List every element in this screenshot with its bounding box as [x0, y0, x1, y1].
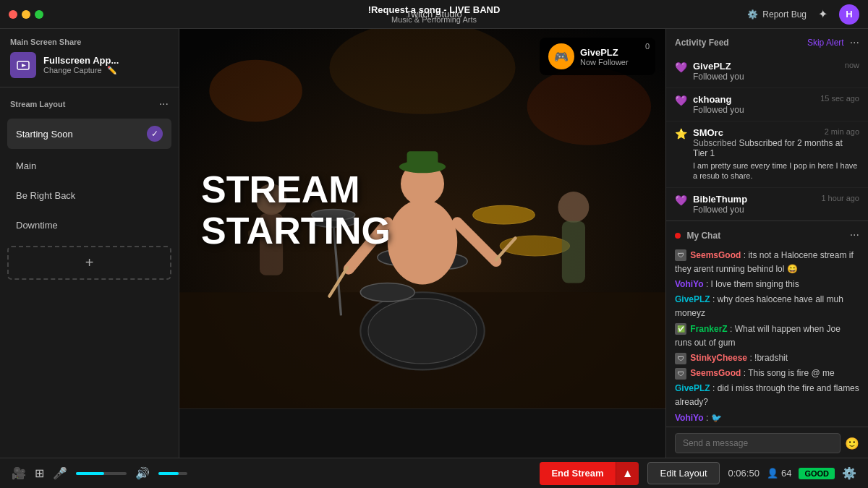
viewer-icon: 👤	[767, 468, 778, 479]
main-layout: Main Screen Share Fullscreen App... Chan…	[0, 29, 868, 488]
divider	[0, 87, 179, 87]
title-bar: Twitch Studio !Request a song - LIVE BAN…	[0, 0, 868, 29]
chat-msg-5: 🛡 SeemsGood : This song is fire @ me	[675, 367, 859, 380]
layout-item-downtime[interactable]: Downtime	[7, 213, 171, 238]
bottom-bar-right: 0:06:50 👤 64 GOOD ⚙️	[728, 466, 856, 480]
chat-msg-3: ✅ FrankerZ : What will happen when Joe r…	[675, 322, 859, 350]
chat-msg-0: 🛡 SeemsGood : its not a Halocene stream …	[675, 249, 859, 276]
activity-content-0: GivePLZ now Followed you	[693, 61, 859, 82]
chat-msg-2: GivePLZ : why does halocene have all muh…	[675, 293, 859, 320]
chat-msg-6: GivePLZ : did i miss through the fire an…	[675, 382, 859, 409]
stream-layout-title: Stream Layout	[10, 100, 65, 108]
add-scene-button[interactable]: +	[7, 246, 171, 280]
active-check-icon: ✓	[147, 126, 163, 142]
activity-icon-3: 💜	[675, 194, 687, 206]
stream-category: Music & Performing Arts	[368, 15, 501, 24]
chat-messages: 🛡 SeemsGood : its not a Halocene stream …	[666, 246, 868, 427]
chat-section: My Chat ··· 🛡 SeemsGood : its not a Halo…	[666, 221, 868, 488]
capture-row: Fullscreen App... Change Capture ✏️	[10, 52, 169, 78]
activity-content-2: SMOrc 2 min ago Subscribed Subscribed fo…	[693, 127, 859, 181]
svg-point-12	[360, 283, 414, 301]
layout-menu-button[interactable]: ···	[159, 98, 169, 111]
close-dot[interactable]	[9, 10, 17, 19]
capture-sub[interactable]: Change Capture ✏️	[43, 66, 119, 75]
avatar[interactable]: H	[839, 4, 859, 25]
activity-content-3: BibleThump 1 hour ago Followed you	[693, 194, 859, 215]
svg-point-4	[527, 68, 651, 145]
svg-point-3	[209, 60, 302, 122]
title-bar-right: ⚙️ Report Bug ✦ H	[747, 4, 859, 25]
layout-item-main[interactable]: Main	[7, 153, 171, 179]
activity-menu-button[interactable]: ···	[850, 36, 859, 49]
video-container: STREAM STARTING 0 🎮 GivePLZ Now Follower	[179, 29, 665, 408]
status-badge: GOOD	[799, 468, 835, 479]
svg-point-20	[388, 200, 457, 285]
minimize-dot[interactable]	[22, 10, 30, 19]
activity-feed: Activity Feed Skip Alert ··· 💜 GivePLZ n…	[666, 29, 868, 221]
plus-icon: +	[85, 254, 94, 271]
volume-fill	[76, 472, 104, 475]
video-area: STREAM STARTING 0 🎮 GivePLZ Now Follower	[179, 29, 665, 488]
right-panel: Activity Feed Skip Alert ··· 💜 GivePLZ n…	[665, 29, 868, 488]
alert-info: GivePLZ Now Follower	[580, 47, 629, 67]
layout-button[interactable]: ⊞	[35, 466, 44, 480]
end-stream-button[interactable]: End Stream	[540, 462, 615, 485]
activity-header-right: Skip Alert ···	[807, 36, 859, 49]
camera-toggle-button[interactable]: 🎥	[12, 466, 26, 480]
end-stream-caret-button[interactable]: ▲	[616, 462, 639, 485]
activity-icon-1: 💜	[675, 95, 687, 106]
mic-icon: 🎤	[53, 466, 67, 480]
chat-badge-3: ✅	[675, 323, 686, 335]
activity-item-2: ⭐ SMOrc 2 min ago Subscribed Subscribed …	[666, 121, 868, 187]
window-controls	[9, 10, 43, 19]
activity-icon-2: ⭐	[675, 128, 687, 140]
sparkle-icon: ✦	[818, 7, 827, 21]
main-screen-share-section: Main Screen Share Fullscreen App... Chan…	[0, 29, 179, 84]
chat-menu-button[interactable]: ···	[850, 228, 859, 241]
chat-header: My Chat ···	[666, 221, 868, 246]
bug-icon: ⚙️	[747, 9, 758, 20]
chat-title-row: My Chat	[675, 228, 720, 241]
volume-slider[interactable]	[76, 472, 127, 475]
speaker-icon: 🔊	[135, 466, 150, 480]
svg-point-8	[368, 299, 477, 364]
stream-info: !Request a song - LIVE BAND Music & Perf…	[368, 4, 501, 24]
chat-input-row: 🙂	[666, 427, 868, 459]
activity-content-1: ckhoang 15 sec ago Followed you	[693, 94, 859, 115]
edit-layout-button[interactable]: Edit Layout	[647, 462, 719, 484]
stream-time: 0:06:50	[728, 468, 760, 479]
sidebar: Main Screen Share Fullscreen App... Chan…	[0, 29, 179, 488]
layout-item-be-right-back[interactable]: Be Right Back	[7, 183, 171, 208]
capture-name: Fullscreen App...	[43, 55, 119, 66]
emoji-button[interactable]: 🙂	[845, 437, 859, 450]
secondary-volume-slider[interactable]	[158, 472, 187, 475]
activity-feed-header: Activity Feed Skip Alert ···	[666, 29, 868, 55]
chat-live-indicator	[675, 233, 681, 239]
activity-item-3: 💜 BibleThump 1 hour ago Followed you	[666, 187, 868, 221]
report-bug-button[interactable]: ⚙️ Report Bug	[747, 9, 807, 20]
capture-info: Fullscreen App... Change Capture ✏️	[43, 55, 119, 75]
chat-msg-4: 🛡 StinkyCheese : !bradshit	[675, 351, 859, 365]
settings-button[interactable]: ⚙️	[842, 466, 856, 480]
edit-icon: ✏️	[107, 66, 117, 74]
chat-msg-1: VohiYo : I love them singing this	[675, 278, 859, 291]
activity-icon-0: 💜	[675, 61, 687, 73]
stream-overlay-text: STREAM STARTING	[201, 169, 391, 252]
svg-point-28	[558, 192, 590, 223]
bottom-bar: 🎥 ⊞ 🎤 🔊 End Stream ▲ Edit Layout 0:06:50…	[0, 458, 868, 488]
activity-item-1: 💜 ckhoang 15 sec ago Followed you	[666, 87, 868, 121]
secondary-volume-fill	[158, 472, 179, 475]
capture-icon	[10, 52, 36, 78]
skip-alert-button[interactable]: Skip Alert	[807, 38, 844, 48]
layout-item-starting-soon[interactable]: Starting Soon ✓	[7, 119, 171, 149]
stream-layout-header: Stream Layout ···	[0, 90, 179, 116]
camera-icon	[16, 58, 30, 72]
end-stream-wrapper: End Stream ▲	[540, 462, 639, 485]
activity-item-0: 💜 GivePLZ now Followed you	[666, 55, 868, 87]
svg-point-15	[473, 205, 535, 224]
alert-avatar: 🎮	[548, 43, 574, 69]
main-screen-share-label: Main Screen Share	[10, 38, 169, 46]
chat-input[interactable]	[675, 433, 841, 453]
maximize-dot[interactable]	[35, 10, 43, 19]
chat-badge-0: 🛡	[675, 249, 686, 261]
